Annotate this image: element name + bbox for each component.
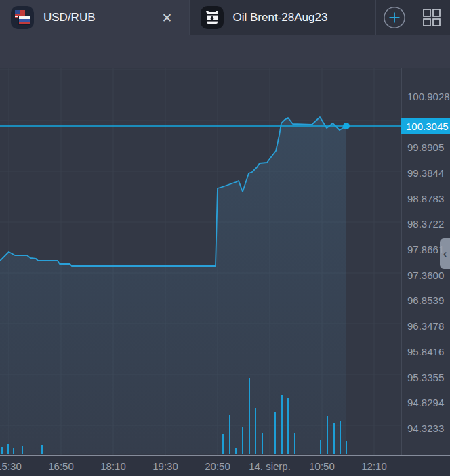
oil-barrel-icon (201, 6, 224, 29)
add-instrument-button[interactable] (376, 0, 413, 35)
collapse-panel-button[interactable]: ‹ (440, 238, 450, 269)
price-axis-label: 98.3722 (407, 218, 444, 230)
time-axis[interactable]: 15:3016:5018:1019:3020:5014. sierp.10:50… (0, 455, 450, 476)
layout-grid-button[interactable] (413, 0, 450, 35)
grid-squares-icon (423, 9, 441, 26)
time-axis-label: 12:10 (361, 460, 387, 472)
price-chart[interactable]: 100.902899.890599.384498.878398.372297.8… (0, 68, 450, 476)
price-axis-label: 97.8661 (407, 244, 444, 255)
tab-usdrub[interactable]: USD/RUB ✕ (0, 0, 190, 35)
tabbar-actions (376, 0, 450, 35)
close-tab-icon[interactable]: ✕ (157, 12, 178, 24)
price-axis-label: 97.3600 (407, 269, 444, 281)
plus-circle-icon (383, 6, 406, 29)
tab-oil-brent[interactable]: Oil Brent-28Aug23 (190, 0, 377, 35)
price-axis-label: 99.8905 (407, 142, 444, 153)
time-axis-label: 15:30 (0, 460, 22, 472)
price-axis-label: 95.3355 (407, 372, 444, 383)
tab-usdrub-label: USD/RUB (43, 11, 147, 24)
time-axis-label: 16:50 (48, 460, 74, 472)
time-axis-label: 20:50 (205, 460, 230, 472)
chart-toolbar-strip (0, 35, 450, 68)
us-ru-flags-icon (11, 6, 34, 29)
ru-flag-icon (18, 16, 30, 25)
price-axis-label: 94.3233 (407, 423, 444, 434)
price-axis-label: 96.8539 (407, 295, 444, 306)
tab-oil-brent-label: Oil Brent-28Aug23 (233, 11, 365, 24)
price-axis-label: 99.3844 (407, 167, 444, 179)
time-axis-label: 18:10 (100, 460, 126, 472)
time-axis-label: 14. sierp. (249, 460, 291, 472)
price-axis-label: 96.3478 (407, 320, 444, 332)
price-axis-label: 94.8294 (407, 397, 444, 408)
chart-plot[interactable] (0, 68, 401, 455)
time-axis-label: 10:50 (309, 460, 335, 472)
time-axis-label: 19:30 (152, 460, 178, 472)
price-axis-label: 95.8416 (407, 346, 444, 358)
price-axis-label: 98.8783 (407, 193, 444, 204)
current-price-badge: 100.3045 (401, 118, 450, 134)
price-axis-label: 100.9028 (407, 91, 450, 102)
instrument-tabbar: USD/RUB ✕ Oil Brent-28Aug23 (0, 0, 450, 35)
